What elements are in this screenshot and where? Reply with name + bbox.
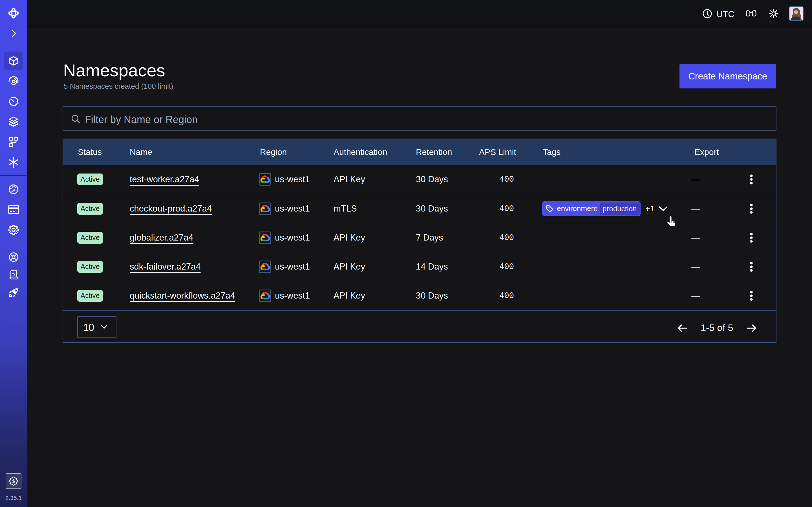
svg-text:$: $ <box>12 478 15 484</box>
